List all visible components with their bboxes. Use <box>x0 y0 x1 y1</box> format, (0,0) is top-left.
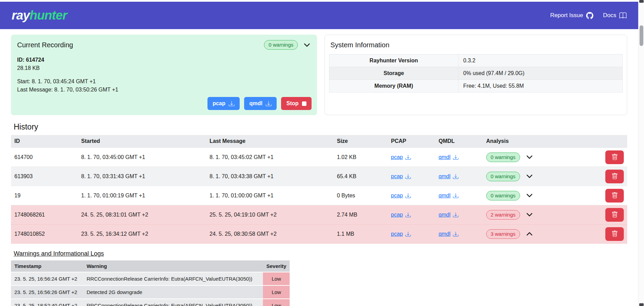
row-size: 1.02 KB <box>333 148 388 167</box>
system-information-card: System Information Rayhunter Version 0.3… <box>325 35 627 115</box>
expand-analysis-button[interactable] <box>526 153 533 161</box>
col-size: Size <box>333 135 388 148</box>
scrollbar-down-arrow[interactable] <box>639 303 644 306</box>
sysinfo-label: Storage <box>329 67 458 80</box>
trash-icon <box>611 173 618 180</box>
row-id: 1748068261 <box>11 205 78 224</box>
scrollbar-thumb[interactable] <box>640 25 643 46</box>
warnings-badge: 3 warnings <box>486 229 520 239</box>
qmdl-download-link[interactable]: qmdl <box>439 231 458 237</box>
pcap-download-link[interactable]: pcap <box>391 212 411 218</box>
report-issue-link[interactable]: Report Issue <box>550 12 593 19</box>
trash-icon <box>611 231 618 237</box>
sysinfo-label: Memory (RAM) <box>329 80 458 93</box>
qmdl-link-label: qmdl <box>439 193 451 199</box>
sysinfo-value: 0% used (97.4M / 29.0G) <box>458 67 623 80</box>
delete-recording-button[interactable] <box>605 227 624 241</box>
log-severity: Low <box>263 285 290 299</box>
warnings-badge: 2 warnings <box>486 210 520 220</box>
download-icon <box>405 174 411 179</box>
pcap-download-link[interactable]: pcap <box>391 173 411 180</box>
pcap-download-link[interactable]: pcap <box>391 154 411 160</box>
log-timestamp: 23. 5. 25, 16:56:26 GMT +2 <box>11 285 83 299</box>
row-id: 613903 <box>11 167 78 186</box>
logs-header-row: Timestamp Warning Severity <box>11 260 290 272</box>
download-icon <box>453 155 458 160</box>
content-area: rayhunter Report Issue Docs Current Reco… <box>0 0 638 306</box>
trash-icon <box>611 192 618 199</box>
sysinfo-label: Rayhunter Version <box>329 54 458 67</box>
row-last-message: 24. 5. 25, 08:30:58 GMT +2 <box>206 224 333 244</box>
chevron-down-icon <box>526 192 533 199</box>
col-id: ID <box>11 135 78 148</box>
current-recording-expand-button[interactable] <box>303 41 311 49</box>
delete-recording-button[interactable] <box>605 170 624 183</box>
qmdl-link-label: qmdl <box>439 212 451 218</box>
delete-recording-button[interactable] <box>605 189 624 203</box>
pcap-download-link[interactable]: pcap <box>391 231 411 237</box>
pcap-download-button[interactable]: pcap <box>207 97 240 110</box>
docs-label: Docs <box>603 12 616 19</box>
warnings-log-title: Warnings and Informational Logs <box>14 250 104 257</box>
log-row: 23. 5. 25, 16:56:26 GMT +2 Detected 2G d… <box>11 285 290 299</box>
row-id: 614700 <box>11 148 78 167</box>
history-row: 614700 8. 1. 70, 03:45:00 GMT +1 8. 1. 7… <box>11 148 627 167</box>
row-size: 2.74 MB <box>333 205 388 224</box>
qmdl-download-button[interactable]: qmdl <box>244 97 277 110</box>
row-size: 1.1 MB <box>333 224 388 244</box>
scrollbar-up-arrow[interactable] <box>639 0 644 3</box>
navbar-links: Report Issue Docs <box>550 12 627 19</box>
log-severity: Low <box>263 272 290 285</box>
current-recording-title: Current Recording <box>17 41 73 49</box>
rayhunter-logo[interactable]: rayhunter <box>12 8 67 23</box>
download-icon <box>453 212 458 218</box>
row-id: 19 <box>11 186 78 205</box>
chevron-down-icon <box>526 154 533 160</box>
expand-analysis-button[interactable] <box>526 172 533 180</box>
row-started: 8. 1. 70, 03:45:00 GMT +1 <box>78 148 206 167</box>
qmdl-download-link[interactable]: qmdl <box>439 173 458 180</box>
qmdl-link-label: qmdl <box>439 231 451 237</box>
warnings-log-table: Timestamp Warning Severity 23. 5. 25, 16… <box>11 260 290 306</box>
row-started: 23. 5. 25, 16:34:12 GMT +2 <box>78 224 206 244</box>
recording-start-time: Start: 8. 1. 70, 03:45:24 GMT +1 <box>17 77 311 86</box>
system-information-title: System Information <box>330 41 623 49</box>
expand-analysis-button[interactable] <box>526 211 533 219</box>
qmdl-download-link[interactable]: qmdl <box>439 193 458 199</box>
col-severity: Severity <box>263 260 290 272</box>
stop-recording-button[interactable]: Stop <box>281 97 312 110</box>
download-icon <box>453 193 458 198</box>
col-actions <box>569 135 627 148</box>
qmdl-download-link[interactable]: qmdl <box>439 212 458 218</box>
history-table: ID Started Last Message Size PCAP QMDL A… <box>11 135 627 244</box>
recording-size: 28.18 KB <box>17 64 311 72</box>
col-analysis: Analysis <box>483 135 569 148</box>
delete-recording-button[interactable] <box>605 150 624 164</box>
book-icon <box>619 12 627 19</box>
collapse-analysis-button[interactable] <box>526 230 533 238</box>
col-timestamp: Timestamp <box>11 260 83 272</box>
download-icon <box>453 174 458 179</box>
log-timestamp: 23. 5. 25, 18:52:40 GMT +2 <box>11 299 83 306</box>
navbar: rayhunter Report Issue Docs <box>0 2 638 29</box>
qmdl-download-link[interactable]: qmdl <box>439 154 458 160</box>
scrollbar[interactable] <box>638 0 644 306</box>
sysinfo-row: Memory (RAM) Free: 4.1M, Used: 55.8M <box>329 80 623 93</box>
system-information-table: Rayhunter Version 0.3.2 Storage 0% used … <box>329 54 623 93</box>
history-row-warning-expanded: 1748010852 23. 5. 25, 16:34:12 GMT +2 24… <box>11 224 627 244</box>
col-last-message: Last Message <box>206 135 333 148</box>
rayhunter-page: rayhunter Report Issue Docs Current Reco… <box>0 0 644 306</box>
pcap-download-link[interactable]: pcap <box>391 193 411 199</box>
delete-recording-button[interactable] <box>605 208 624 222</box>
current-warnings-badge: 0 warnings <box>264 40 298 50</box>
col-qmdl: QMDL <box>435 135 483 148</box>
pcap-button-label: pcap <box>213 100 225 107</box>
expand-analysis-button[interactable] <box>526 192 533 199</box>
stop-icon <box>302 101 306 106</box>
qmdl-link-label: qmdl <box>439 173 451 180</box>
download-icon <box>229 101 235 107</box>
download-icon <box>405 193 411 198</box>
docs-link[interactable]: Docs <box>603 12 627 19</box>
row-last-message: 8. 1. 70, 03:45:02 GMT +1 <box>206 148 333 167</box>
recording-last-message-time: Last Message: 8. 1. 70, 03:50:26 GMT +1 <box>17 86 311 94</box>
